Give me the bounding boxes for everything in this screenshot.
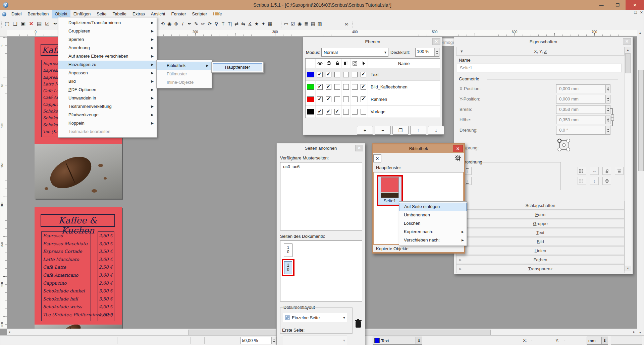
layer-textflow-checkbox[interactable] — [343, 109, 349, 115]
flip-vertical-icon[interactable]: ↕ — [590, 177, 599, 185]
spinner-arrows[interactable] — [605, 85, 610, 93]
copied-objects-label[interactable]: Kopierte Objekte — [373, 245, 464, 252]
insert-line-icon[interactable]: / — [179, 20, 186, 28]
layer-select-checkbox[interactable] — [361, 84, 366, 90]
zoom-level-spinbox[interactable]: 50,00 % — [240, 337, 276, 344]
edit-contents-icon[interactable]: T — [220, 20, 226, 28]
context-menu-item[interactable]: Auf Seite einfügen ▶ — [399, 203, 467, 211]
save-document-icon[interactable]: ▣ — [19, 20, 27, 28]
insert-spiral-icon[interactable]: ⊚ — [173, 20, 179, 28]
print-icon[interactable]: ▤ — [35, 20, 43, 28]
properties-section[interactable]: ▶ Bild — [456, 237, 625, 246]
scroll-up-icon[interactable]: ▲ — [625, 47, 631, 53]
insert-calligraphic-line-icon[interactable]: ✑ — [200, 20, 206, 28]
layer-row[interactable]: Bild_Kaffeebohnen — [306, 81, 440, 93]
layer-select-checkbox[interactable] — [361, 72, 366, 77]
layer-color-swatch[interactable] — [307, 109, 314, 115]
menu-items-frame[interactable]: EspressoEspresso MacchiatoEspresso Corta… — [41, 231, 91, 321]
page-2-thumbnail[interactable]: 20 — [284, 261, 292, 274]
context-menu-item[interactable]: Verschieben nach: ▶ — [399, 236, 467, 245]
objekt-menu-item[interactable]: Umwandeln in ▶ — [58, 94, 157, 102]
spinner-arrows[interactable] — [271, 337, 276, 344]
menubar-item[interactable]: Fenster — [168, 10, 189, 18]
objekt-menu-item[interactable]: Pfadwerkzeuge ▶ — [58, 111, 157, 119]
pdf-combo-box-icon[interactable]: ▥ — [316, 20, 323, 28]
close-icon[interactable]: ✕ — [453, 145, 463, 152]
scrapbook-tab[interactable]: Hauptfenster — [373, 164, 464, 172]
gear-icon[interactable] — [454, 154, 461, 163]
submenu-item[interactable]: Füllmuster ▶ — [157, 70, 212, 78]
scrollbar-thumb[interactable] — [625, 53, 631, 73]
objekt-menu-item[interactable]: Auf andere Ebene verschieben ▶ — [58, 52, 157, 61]
minimize-button[interactable]: — — [593, 0, 609, 10]
pdf-radio-button-icon[interactable]: ◉ — [296, 20, 303, 28]
panel-scrollbar[interactable]: ▲ ▼ — [625, 47, 631, 271]
layer-select-checkbox[interactable] — [361, 96, 366, 102]
layer-select-checkbox[interactable] — [361, 109, 366, 115]
layer-color-swatch[interactable] — [307, 72, 314, 77]
trash-icon[interactable] — [355, 319, 362, 329]
context-menu-item[interactable]: Umbenennen ▶ — [399, 211, 467, 219]
properties-section[interactable]: ▶ Gruppe — [456, 219, 625, 228]
scroll-left-icon[interactable]: ◂ — [8, 330, 10, 334]
scrollbar-thumb[interactable] — [638, 70, 644, 171]
context-menu-item[interactable]: Löschen ▶ — [399, 219, 467, 228]
scroll-down-icon[interactable]: ▾ — [639, 331, 641, 334]
unlink-text-frames-icon[interactable]: ⇆ — [240, 20, 247, 28]
mdi-restore-icon[interactable]: ❐ — [634, 10, 637, 15]
layer-textflow-checkbox[interactable] — [343, 96, 349, 102]
document-page-2[interactable]: Kaffee & Kuchen EspressoEspresso Macchia… — [35, 207, 122, 329]
layer-row[interactable]: Rahmen — [306, 93, 440, 106]
zoom-icon[interactable]: ⚲ — [213, 20, 220, 28]
eye-dropper-icon[interactable]: ✦ — [260, 20, 267, 28]
layer-print-checkbox[interactable] — [326, 84, 331, 90]
pdf-link-annotation-icon[interactable]: ∞ — [342, 20, 351, 28]
master-pages-list[interactable]: uc0_uc6 — [280, 162, 362, 230]
layer-row[interactable]: Vorlage — [306, 106, 440, 118]
open-document-icon[interactable]: ❏ — [11, 20, 19, 28]
layer-row[interactable]: Text — [306, 68, 440, 81]
story-editor-icon[interactable]: T| — [226, 20, 233, 28]
value-spinbox[interactable]: 0,000 mm — [556, 84, 610, 93]
duplicate-layer-button[interactable]: ❐ — [392, 126, 409, 135]
objekt-menu-item[interactable]: Duplizieren/Transformieren ▶ — [58, 19, 157, 27]
layer-outline-checkbox[interactable] — [352, 84, 358, 90]
unit-dropdown[interactable]: mm ⬇ — [587, 337, 608, 345]
vertical-scrollbar[interactable]: ▴ ▾ — [637, 30, 644, 335]
layer-outline-checkbox[interactable] — [352, 96, 358, 102]
layer-visible-checkbox[interactable] — [317, 84, 323, 90]
value-spinbox[interactable]: 0,353 mm — [556, 105, 610, 114]
page-1-thumbnail[interactable]: 10 — [284, 244, 292, 257]
object-name-field[interactable]: Seite1 — [457, 64, 622, 72]
close-button[interactable]: ✕ — [626, 0, 644, 10]
insert-freehand-icon[interactable]: ✎ — [193, 20, 200, 28]
objekt-menu-item[interactable]: Textrahmenverkettung ▶ — [58, 102, 157, 111]
mdi-minimize-icon[interactable]: – — [629, 10, 631, 15]
properties-section[interactable]: ▶ Farben — [456, 255, 625, 264]
layer-print-checkbox[interactable] — [326, 109, 331, 115]
submenu-item[interactable]: Bibliothek ▶ — [157, 62, 212, 70]
properties-section[interactable]: ▶ Transparenz — [456, 264, 625, 273]
objekt-menu-item[interactable]: Sperren ▶ — [58, 36, 157, 44]
copy-item-properties-icon[interactable]: ★ — [253, 20, 260, 28]
delete-scrapbook-icon[interactable]: ✕ — [373, 154, 381, 162]
objekt-menu-item[interactable]: Textmarke bearbeiten ▶ — [58, 128, 157, 136]
layer-outline-checkbox[interactable] — [352, 72, 358, 77]
close-icon[interactable]: ✕ — [623, 38, 631, 45]
ungroup-objects-icon[interactable] — [578, 177, 586, 185]
insert-bezier-icon[interactable]: ✒ — [186, 20, 193, 28]
properties-section[interactable]: ▶ Schlagschatten — [456, 201, 625, 210]
ruler-origin[interactable] — [0, 30, 7, 37]
properties-section[interactable]: ▶ Form — [456, 210, 625, 219]
undo-icon[interactable]: ⟲ — [159, 20, 166, 28]
preflight-verifier-icon[interactable]: ☑ — [43, 20, 51, 28]
printing-enabled-icon[interactable] — [602, 177, 611, 185]
active-layer-dropdown[interactable]: Text ⬇ — [373, 337, 422, 345]
context-menu-item[interactable]: Kopieren nach: ▶ — [399, 228, 467, 236]
menu-prices-frame[interactable]: 2,50 €3,00 €3,50 €3,00 €2,50 €3,00 €2,00… — [98, 231, 114, 321]
layer-lock-checkbox[interactable] — [334, 96, 340, 102]
vertical-ruler[interactable]: 050100150200250300350 — [0, 37, 7, 329]
raise-layer-button[interactable]: ↑ — [410, 126, 426, 135]
layer-print-checkbox[interactable] — [326, 96, 331, 102]
objekt-menu-item[interactable]: Bild ▶ — [58, 77, 157, 86]
